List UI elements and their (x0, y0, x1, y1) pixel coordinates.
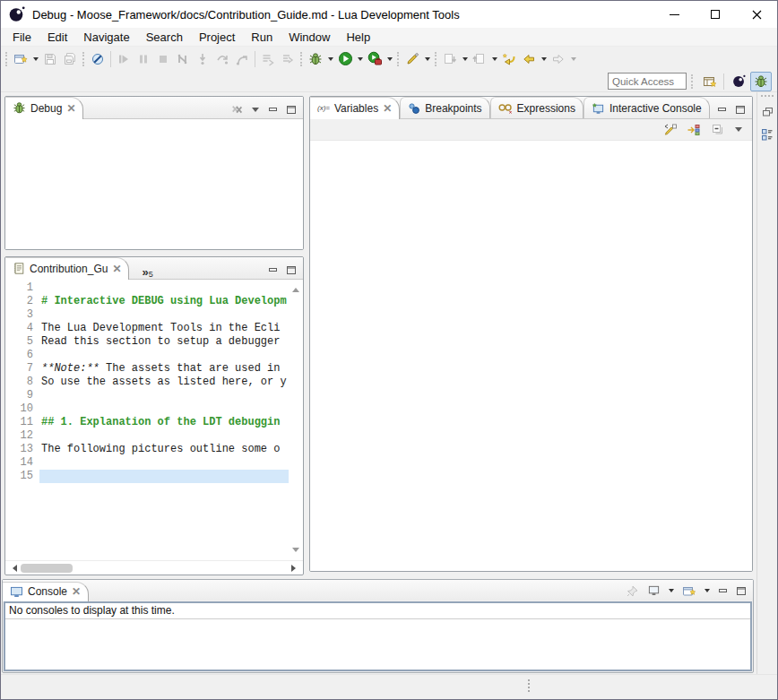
restore-views-button[interactable] (759, 104, 775, 120)
outline-view-button[interactable] (759, 126, 775, 143)
statusbar-drag-handle[interactable] (528, 679, 530, 692)
close-tab-icon[interactable]: ✕ (112, 264, 121, 273)
external-tools-button[interactable] (365, 49, 385, 69)
line-number: 5 (5, 335, 33, 349)
code-line-2[interactable]: # Interactive DEBUG using Lua Developm (39, 295, 289, 308)
toolbar-drag-handle[interactable] (82, 52, 85, 66)
editor-code-lines[interactable]: # Interactive DEBUG using Lua DevelopmTh… (39, 280, 289, 560)
scroll-left-icon[interactable] (9, 565, 17, 572)
variables-view-menu-button[interactable] (732, 125, 745, 135)
minimize-window-button[interactable] (653, 1, 695, 28)
variables-content[interactable] (310, 141, 752, 571)
minimize-view-button[interactable] (267, 104, 280, 115)
display-console-dropdown[interactable] (667, 585, 676, 596)
skip-all-breakpoints-button[interactable] (88, 49, 108, 69)
collapse-all-button[interactable] (709, 123, 725, 137)
open-console-dropdown[interactable] (703, 585, 712, 596)
tab-breakpoints[interactable]: Breakpoints (400, 97, 489, 118)
debug-dropdown[interactable] (325, 49, 335, 69)
toolbar-drag-handle[interactable] (5, 52, 8, 66)
pen-tool-button[interactable] (402, 49, 422, 69)
menu-navigate[interactable]: Navigate (75, 29, 137, 46)
console-content[interactable]: No consoles to display at this time. (4, 601, 752, 671)
new-button[interactable] (11, 49, 30, 69)
code-line-9[interactable] (39, 389, 289, 402)
perspective-toolbar (1, 71, 777, 92)
maximize-view-button[interactable] (734, 104, 747, 115)
tab-debug[interactable]: Debug ✕ (5, 97, 83, 119)
close-tab-icon[interactable]: ✕ (72, 587, 81, 596)
back-history-button[interactable] (519, 49, 539, 69)
code-line-8[interactable]: So use the assets as listed here, or y (39, 376, 289, 389)
maximize-view-button[interactable] (735, 585, 748, 596)
debug-view-content[interactable] (5, 119, 303, 249)
code-line-7[interactable]: **Note:** The assets that are used in (39, 362, 289, 376)
lua-perspective-button[interactable] (728, 72, 749, 91)
code-line-6[interactable] (39, 349, 289, 362)
quick-access-input[interactable] (608, 73, 687, 90)
new-dropdown[interactable] (30, 49, 40, 69)
toolbar-drag-handle[interactable] (300, 52, 303, 66)
forward-history-dropdown[interactable] (568, 49, 578, 69)
menu-project[interactable]: Project (191, 29, 243, 46)
toolbar-drag-handle[interactable] (435, 52, 437, 66)
minimize-view-button[interactable] (716, 104, 729, 115)
code-line-15[interactable] (39, 470, 289, 483)
debug-perspective-button[interactable] (750, 72, 772, 91)
menu-search[interactable]: Search (138, 29, 191, 46)
run-dropdown[interactable] (355, 49, 365, 69)
maximize-window-button[interactable] (695, 1, 736, 28)
add-variable-icon (663, 123, 678, 136)
editor-vertical-scrollbar[interactable] (289, 280, 303, 560)
open-console-button[interactable] (681, 583, 697, 598)
menu-run[interactable]: Run (243, 29, 281, 46)
toolbar-drag-handle[interactable] (691, 74, 694, 89)
code-line-5[interactable]: Read this section to setup a debugger (39, 335, 289, 349)
tab-contribution-guide[interactable]: Contribution_Gu ✕ (5, 257, 129, 280)
display-selected-console-button[interactable] (645, 583, 661, 598)
debug-view-menu-button[interactable] (249, 104, 262, 115)
maximize-view-button[interactable] (285, 104, 298, 115)
more-editors-chevron[interactable]: »5 (129, 263, 161, 279)
menu-help[interactable]: Help (338, 29, 378, 46)
next-annotation-dropdown[interactable] (460, 49, 470, 69)
tab-variables[interactable]: (x)= Variables ✕ (310, 97, 400, 119)
maximize-view-button[interactable] (285, 264, 298, 275)
menu-window[interactable]: Window (281, 29, 338, 46)
tab-interactive-console[interactable]: Interactive Console (584, 97, 710, 118)
scroll-up-icon[interactable] (292, 284, 299, 292)
minimize-view-button[interactable] (717, 585, 730, 596)
code-line-1[interactable] (39, 281, 289, 295)
code-line-12[interactable] (39, 429, 289, 443)
scroll-down-icon[interactable] (292, 548, 299, 556)
show-logical-structure-button[interactable] (686, 123, 702, 137)
code-line-4[interactable]: The Lua Development Tools in the Ecli (39, 322, 289, 335)
tab-expressions[interactable]: Expressions (490, 97, 584, 118)
code-line-3[interactable] (39, 308, 289, 322)
close-window-button[interactable] (736, 1, 777, 28)
debug-button[interactable] (306, 49, 325, 69)
code-line-13[interactable]: The following pictures outline some o (39, 443, 289, 456)
close-tab-icon[interactable]: ✕ (383, 104, 392, 113)
code-line-14[interactable] (39, 456, 289, 470)
trim-drag-handle[interactable] (761, 95, 774, 98)
open-perspective-button[interactable] (699, 72, 721, 91)
tab-console[interactable]: Console ✕ (3, 582, 89, 601)
menu-file[interactable]: File (4, 29, 39, 46)
external-tools-dropdown[interactable] (385, 49, 394, 69)
scrollbar-thumb[interactable] (21, 564, 73, 573)
scroll-right-icon[interactable] (291, 565, 299, 572)
previous-annotation-dropdown[interactable] (489, 49, 499, 69)
toolbar-drag-handle[interactable] (397, 52, 400, 66)
close-tab-icon[interactable]: ✕ (66, 104, 75, 113)
run-button[interactable] (335, 49, 355, 69)
menu-edit[interactable]: Edit (39, 29, 75, 46)
pen-tool-dropdown[interactable] (422, 49, 432, 69)
editor-horizontal-scrollbar[interactable] (5, 560, 303, 575)
last-edit-location-button[interactable] (499, 49, 519, 69)
back-history-dropdown[interactable] (539, 49, 549, 69)
add-variable-button[interactable] (662, 123, 679, 137)
code-line-11[interactable]: ## 1. Explanation of the LDT debuggin (39, 416, 289, 429)
minimize-view-button[interactable] (267, 264, 280, 275)
code-line-10[interactable] (39, 402, 289, 416)
